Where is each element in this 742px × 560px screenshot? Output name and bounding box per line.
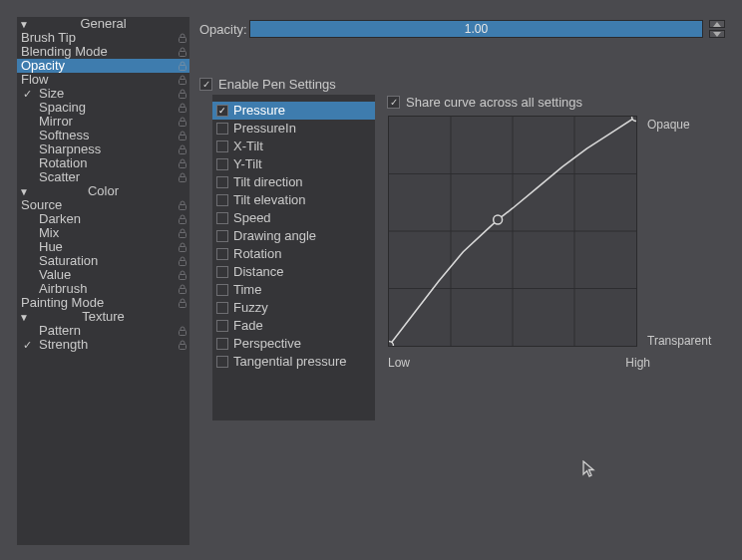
driver-item[interactable]: Rotation bbox=[212, 245, 375, 263]
driver-item[interactable]: Tangential pressure bbox=[212, 353, 375, 371]
opacity-slider-label: Opacity: bbox=[199, 22, 243, 37]
sidebar-item[interactable]: ✓Strength bbox=[17, 338, 189, 352]
sidebar-item[interactable]: Opacity bbox=[17, 59, 189, 73]
driver-checkbox[interactable] bbox=[216, 266, 228, 278]
opacity-step-up[interactable] bbox=[709, 20, 725, 28]
driver-item[interactable]: Y-Tilt bbox=[212, 155, 375, 173]
category-header[interactable]: ▼General bbox=[17, 17, 189, 31]
driver-checkbox[interactable] bbox=[216, 194, 228, 206]
lock-icon[interactable] bbox=[178, 158, 187, 168]
sidebar-item[interactable]: Source bbox=[17, 198, 189, 212]
lock-icon[interactable] bbox=[178, 298, 187, 308]
sidebar-item-label: Saturation bbox=[39, 253, 98, 268]
sidebar-item[interactable]: Softness bbox=[17, 129, 189, 142]
driver-checkbox[interactable] bbox=[216, 356, 228, 368]
driver-checkbox[interactable] bbox=[216, 176, 228, 188]
driver-item-label: Drawing angle bbox=[233, 228, 316, 243]
driver-checkbox[interactable] bbox=[216, 123, 228, 135]
lock-icon[interactable] bbox=[178, 270, 187, 280]
driver-item-label: X-Tilt bbox=[233, 139, 263, 153]
sidebar-item-label: Flow bbox=[21, 72, 48, 87]
sidebar-item[interactable]: Rotation bbox=[17, 156, 189, 170]
driver-checkbox[interactable] bbox=[216, 248, 228, 260]
sidebar-item[interactable]: Spacing bbox=[17, 101, 189, 115]
driver-checkbox[interactable] bbox=[216, 320, 228, 332]
curve-label-opaque: Opaque bbox=[647, 118, 690, 132]
disclosure-icon[interactable]: ▼ bbox=[19, 311, 29, 325]
sidebar-item[interactable]: Pattern bbox=[17, 324, 189, 338]
sidebar-item[interactable]: Mirror bbox=[17, 115, 189, 129]
driver-item[interactable]: PressureIn bbox=[212, 120, 375, 138]
lock-icon[interactable] bbox=[178, 256, 187, 266]
sidebar-item-label: Size bbox=[39, 86, 64, 101]
sidebar-item-label: Sharpness bbox=[39, 141, 101, 156]
driver-item[interactable]: Tilt elevation bbox=[212, 191, 375, 209]
driver-item[interactable]: X-Tilt bbox=[212, 138, 375, 155]
sidebar-item[interactable]: Blending Mode bbox=[17, 45, 189, 59]
driver-item[interactable]: Tilt direction bbox=[212, 173, 375, 191]
sidebar-item[interactable]: Flow bbox=[17, 73, 189, 87]
curve-handle[interactable] bbox=[632, 117, 636, 121]
enable-pen-checkbox[interactable]: ✓ bbox=[199, 78, 212, 91]
driver-item[interactable]: ✓Pressure bbox=[212, 102, 375, 120]
sidebar-item[interactable]: Painting Mode bbox=[17, 296, 189, 310]
check-icon: ✓ bbox=[218, 102, 226, 120]
sidebar-item[interactable]: Brush Tip bbox=[17, 31, 189, 45]
sidebar-item[interactable]: Airbrush bbox=[17, 282, 189, 296]
lock-icon[interactable] bbox=[178, 61, 187, 71]
sidebar-item[interactable]: Scatter bbox=[17, 170, 189, 184]
svg-rect-16 bbox=[180, 275, 186, 280]
sidebar-item[interactable]: Saturation bbox=[17, 254, 189, 268]
lock-icon[interactable] bbox=[178, 75, 187, 85]
lock-icon[interactable] bbox=[178, 47, 187, 57]
driver-item[interactable]: Fuzzy bbox=[212, 299, 375, 317]
lock-icon[interactable] bbox=[178, 117, 187, 127]
category-header[interactable]: ▼Color bbox=[17, 184, 189, 198]
driver-item[interactable]: Speed bbox=[212, 209, 375, 227]
sidebar-item[interactable]: Darken bbox=[17, 212, 189, 226]
driver-item-label: Distance bbox=[233, 264, 284, 279]
lock-icon[interactable] bbox=[178, 326, 187, 336]
sidebar-item[interactable]: ✓Size bbox=[17, 87, 189, 101]
opacity-slider[interactable]: 1.00 bbox=[249, 20, 703, 38]
driver-checkbox[interactable]: ✓ bbox=[216, 105, 228, 117]
lock-icon[interactable] bbox=[178, 144, 187, 154]
sidebar-item[interactable]: Hue bbox=[17, 240, 189, 254]
lock-icon[interactable] bbox=[178, 103, 187, 113]
driver-checkbox[interactable] bbox=[216, 158, 228, 170]
lock-icon[interactable] bbox=[178, 228, 187, 238]
lock-icon[interactable] bbox=[178, 33, 187, 43]
category-title: General bbox=[80, 16, 126, 31]
driver-checkbox[interactable] bbox=[216, 212, 228, 224]
category-header[interactable]: ▼Texture bbox=[17, 310, 189, 324]
sidebar-item[interactable]: Sharpness bbox=[17, 142, 189, 156]
driver-item[interactable]: Fade bbox=[212, 317, 375, 335]
driver-checkbox[interactable] bbox=[216, 338, 228, 350]
share-curve-checkbox[interactable]: ✓ bbox=[387, 96, 400, 109]
lock-icon[interactable] bbox=[178, 89, 187, 99]
svg-rect-10 bbox=[180, 177, 186, 182]
driver-checkbox[interactable] bbox=[216, 302, 228, 314]
sidebar-item-label: Painting Mode bbox=[21, 295, 104, 310]
curve-label-low: Low bbox=[388, 356, 410, 370]
lock-icon[interactable] bbox=[178, 242, 187, 252]
driver-checkbox[interactable] bbox=[216, 230, 228, 242]
lock-icon[interactable] bbox=[178, 172, 187, 182]
driver-item[interactable]: Perspective bbox=[212, 335, 375, 353]
sidebar-item[interactable]: Mix bbox=[17, 226, 189, 240]
lock-icon[interactable] bbox=[178, 340, 187, 350]
driver-item[interactable]: Distance bbox=[212, 263, 375, 281]
lock-icon[interactable] bbox=[178, 200, 187, 210]
curve-handle[interactable] bbox=[494, 215, 503, 224]
driver-checkbox[interactable] bbox=[216, 284, 228, 296]
driver-checkbox[interactable] bbox=[216, 140, 228, 152]
lock-icon[interactable] bbox=[178, 214, 187, 224]
curve-editor[interactable] bbox=[388, 116, 637, 347]
lock-icon[interactable] bbox=[178, 131, 187, 140]
sidebar-item-label: Mirror bbox=[39, 114, 73, 129]
driver-item[interactable]: Time bbox=[212, 281, 375, 299]
sidebar-item[interactable]: Value bbox=[17, 268, 189, 282]
lock-icon[interactable] bbox=[178, 284, 187, 294]
opacity-step-down[interactable] bbox=[709, 30, 725, 38]
driver-item[interactable]: Drawing angle bbox=[212, 227, 375, 245]
